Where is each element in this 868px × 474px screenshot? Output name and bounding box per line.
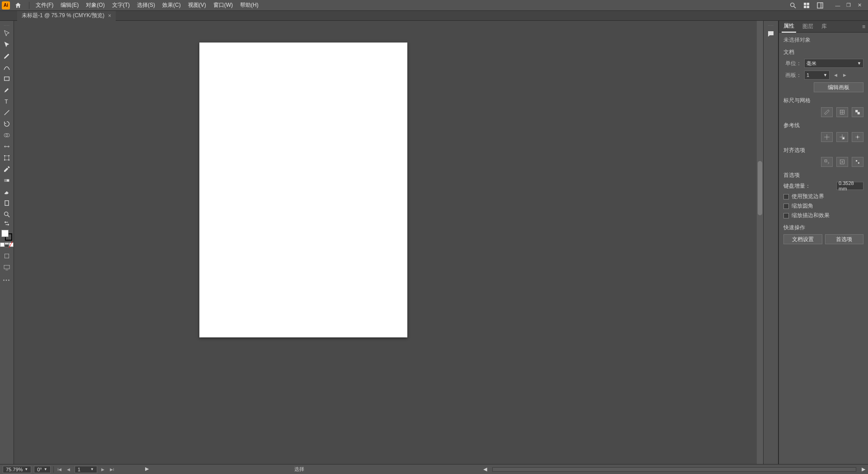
- type-tool[interactable]: T: [1, 96, 13, 107]
- prev-artboard-button[interactable]: ◀: [66, 466, 72, 473]
- eraser-tool[interactable]: [1, 186, 13, 197]
- svg-rect-19: [5, 179, 7, 181]
- guides-visibility-button[interactable]: [821, 132, 833, 142]
- vertical-scrollbar[interactable]: [757, 21, 763, 464]
- svg-rect-5: [807, 5, 809, 8]
- home-icon[interactable]: [14, 1, 23, 10]
- width-tool[interactable]: [1, 141, 13, 152]
- svg-point-16: [4, 159, 5, 161]
- chevron-down-icon: ▼: [823, 73, 827, 77]
- edit-artboard-button[interactable]: 编辑画板: [814, 82, 863, 92]
- next-artboard-button[interactable]: ▶: [841, 71, 848, 79]
- chevron-down-icon: ▼: [857, 61, 861, 66]
- artboard-nav-field[interactable]: 1 ▼: [75, 466, 97, 473]
- hscroll-left-button[interactable]: ◀: [483, 466, 487, 472]
- zoom-tool[interactable]: [1, 209, 13, 220]
- rectangle-tool[interactable]: [1, 73, 13, 84]
- gradient-tool[interactable]: [1, 175, 13, 186]
- fill-color[interactable]: [1, 230, 9, 237]
- hscroll-right-button[interactable]: ▶: [862, 466, 865, 472]
- panel-menu-icon[interactable]: ≡: [862, 24, 865, 30]
- status-menu-icon[interactable]: ▶: [145, 466, 149, 472]
- tab-properties[interactable]: 属性: [782, 20, 796, 33]
- maximize-button[interactable]: ❐: [844, 2, 853, 9]
- menu-edit[interactable]: 编辑(E): [57, 0, 82, 11]
- menu-window[interactable]: 窗口(W): [210, 0, 236, 11]
- workspace-switcher-icon[interactable]: [816, 1, 825, 10]
- color-mode-row: ╱: [0, 242, 14, 247]
- arrange-documents-icon[interactable]: [802, 1, 811, 10]
- chevron-down-icon: ▼: [44, 467, 47, 471]
- color-mode-gradient[interactable]: [5, 242, 9, 247]
- search-icon[interactable]: [788, 1, 797, 10]
- zoom-field[interactable]: 75.79% ▼: [3, 466, 31, 473]
- transparency-grid-button[interactable]: [852, 107, 863, 117]
- use-preview-bounds-checkbox[interactable]: 使用预览边界: [783, 193, 863, 200]
- color-mode-solid[interactable]: [0, 242, 5, 247]
- screen-mode-icon[interactable]: [1, 262, 13, 273]
- units-select[interactable]: 毫米 ▼: [804, 59, 863, 68]
- snap-to-pixel-button[interactable]: [852, 157, 863, 167]
- menu-effect[interactable]: 效果(C): [159, 0, 184, 11]
- toolbox: T ╱ •••: [0, 21, 14, 464]
- minimize-button[interactable]: —: [834, 2, 842, 9]
- ruler-toggle-button[interactable]: [821, 107, 833, 117]
- fill-stroke-swatch[interactable]: [1, 230, 12, 241]
- draw-mode-icon[interactable]: [1, 251, 13, 261]
- smart-guides-button[interactable]: [852, 132, 863, 142]
- vertical-scrollbar-thumb[interactable]: [758, 161, 762, 215]
- svg-rect-30: [858, 112, 860, 114]
- snap-to-point-button[interactable]: [821, 157, 833, 167]
- svg-line-1: [794, 6, 796, 8]
- last-artboard-button[interactable]: ▶I: [109, 466, 115, 473]
- key-increment-field[interactable]: 0.3528 mm: [836, 182, 863, 190]
- grid-toggle-button[interactable]: [836, 107, 848, 117]
- snap-to-grid-button[interactable]: [836, 157, 848, 167]
- direct-selection-tool[interactable]: [1, 39, 13, 50]
- close-button[interactable]: ✕: [855, 2, 863, 9]
- artboard-tool[interactable]: [1, 198, 13, 209]
- free-transform-tool[interactable]: [1, 152, 13, 163]
- guides-lock-button[interactable]: [836, 132, 848, 142]
- prev-artboard-button[interactable]: ◀: [832, 71, 839, 79]
- swap-fill-stroke-icon[interactable]: [1, 220, 13, 227]
- horizontal-scrollbar[interactable]: [492, 467, 856, 472]
- eyedropper-tool[interactable]: [1, 164, 13, 175]
- toolbox-grip[interactable]: [1, 24, 12, 26]
- color-mode-none[interactable]: ╱: [9, 242, 14, 247]
- selection-tool[interactable]: [1, 28, 13, 39]
- canvas-area[interactable]: [14, 21, 763, 464]
- artboard-select[interactable]: 1 ▼: [804, 71, 830, 80]
- rotate-view-field[interactable]: 0° ▼: [34, 466, 50, 473]
- menu-view[interactable]: 视图(V): [184, 0, 210, 11]
- artboard[interactable]: [199, 43, 407, 337]
- preferences-button[interactable]: 首选项: [825, 234, 864, 244]
- pen-tool[interactable]: [1, 51, 13, 62]
- close-icon[interactable]: ×: [108, 13, 111, 19]
- line-segment-tool[interactable]: [1, 107, 13, 118]
- edit-toolbar-icon[interactable]: •••: [3, 278, 11, 283]
- svg-rect-3: [807, 3, 809, 5]
- menu-object[interactable]: 对象(O): [82, 0, 108, 11]
- comments-panel-icon[interactable]: [765, 28, 777, 40]
- scale-strokes-checkbox[interactable]: 缩放描边和效果: [783, 212, 863, 219]
- menu-type[interactable]: 文字(T): [108, 0, 133, 11]
- tab-layers[interactable]: 图层: [801, 21, 815, 32]
- menu-help[interactable]: 帮助(H): [236, 0, 262, 11]
- paintbrush-tool[interactable]: [1, 85, 13, 95]
- first-artboard-button[interactable]: I◀: [57, 466, 63, 473]
- dock-grip[interactable]: [765, 24, 776, 26]
- document-tab[interactable]: 未标题-1 @ 75.79 % (CMYK/预览) ×: [17, 11, 116, 21]
- scale-corners-checkbox[interactable]: 缩放圆角: [783, 202, 863, 210]
- menu-select[interactable]: 选择(S): [133, 0, 159, 11]
- tab-libraries[interactable]: 库: [820, 21, 829, 32]
- document-setup-button[interactable]: 文档设置: [783, 234, 822, 244]
- curvature-tool[interactable]: [1, 62, 13, 73]
- svg-point-17: [8, 159, 9, 161]
- separator: [29, 2, 29, 9]
- next-artboard-button[interactable]: ▶: [100, 466, 106, 473]
- svg-text:T: T: [5, 99, 8, 105]
- menu-file[interactable]: 文件(F): [32, 0, 57, 11]
- rotate-tool[interactable]: [1, 118, 13, 129]
- shape-builder-tool[interactable]: [1, 130, 13, 141]
